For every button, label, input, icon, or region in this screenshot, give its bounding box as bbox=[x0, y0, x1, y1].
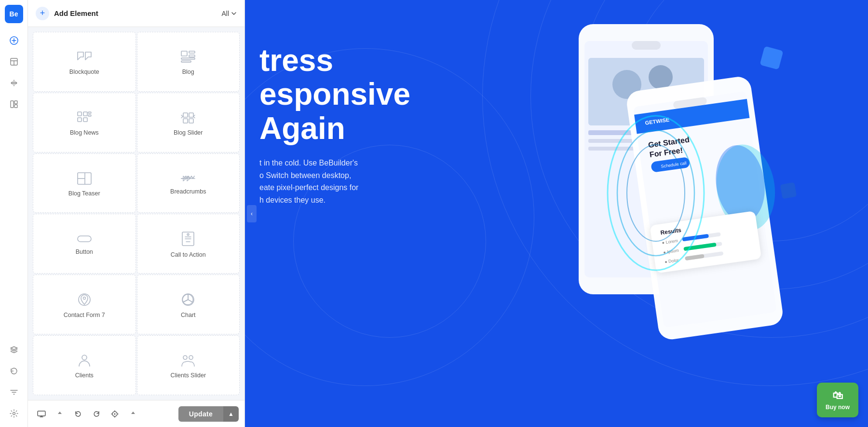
clients-icon bbox=[77, 354, 92, 367]
element-chart[interactable]: Chart bbox=[137, 275, 240, 334]
svg-rect-26 bbox=[78, 236, 91, 242]
panel-title: Add Element bbox=[54, 9, 217, 17]
update-btn-group: Update ▲ bbox=[178, 406, 239, 422]
clients-label: Clients bbox=[75, 372, 94, 379]
hero-subtitle: t in the cold. Use BeBuilder's o Switch … bbox=[259, 157, 410, 206]
hero-section: tress esponsive Again t in the cold. Use… bbox=[259, 43, 410, 207]
blog-teaser-label: Blog Teaser bbox=[68, 190, 100, 197]
svg-rect-8 bbox=[189, 55, 195, 57]
svg-rect-20 bbox=[189, 119, 193, 123]
focus-btn[interactable] bbox=[107, 406, 122, 422]
svg-rect-74 bbox=[780, 182, 797, 199]
sidebar-layers-btn[interactable] bbox=[5, 341, 23, 358]
update-button[interactable]: Update bbox=[178, 406, 223, 422]
element-call-to-action[interactable]: Call to Action bbox=[137, 214, 240, 274]
add-element-button[interactable]: + bbox=[36, 7, 49, 20]
buy-now-button[interactable]: 🛍 Buy now bbox=[817, 383, 858, 417]
element-blog-slider[interactable]: Blog Slider bbox=[137, 93, 240, 152]
blog-label: Blog bbox=[182, 69, 194, 75]
focus-toggle-btn[interactable] bbox=[125, 406, 141, 422]
element-breadcrumbs[interactable]: Breadcrumbs bbox=[137, 153, 240, 213]
elements-grid: Blockquote Blog bbox=[28, 27, 244, 400]
elements-panel: + Add Element All Blockquote bbox=[28, 0, 245, 427]
blog-slider-label: Blog Slider bbox=[174, 129, 203, 136]
svg-point-35 bbox=[82, 355, 87, 360]
svg-rect-14 bbox=[83, 118, 87, 122]
blockquote-label: Blockquote bbox=[69, 69, 99, 75]
sidebar: Be bbox=[0, 0, 28, 427]
buy-now-label: Buy now bbox=[826, 404, 850, 411]
svg-rect-6 bbox=[181, 51, 187, 56]
element-blog[interactable]: Blog bbox=[137, 32, 240, 92]
breadcrumbs-icon bbox=[180, 174, 196, 183]
svg-line-34 bbox=[183, 300, 188, 302]
element-clients[interactable]: Clients bbox=[33, 335, 136, 395]
update-dropdown-button[interactable]: ▲ bbox=[223, 406, 239, 422]
svg-point-40 bbox=[114, 413, 116, 414]
device-toggle-btn[interactable] bbox=[52, 406, 68, 422]
main-content: ‹ tress esponsive Again t in the cold. U… bbox=[245, 0, 868, 427]
sidebar-history-btn[interactable] bbox=[5, 362, 23, 380]
svg-rect-45 bbox=[588, 130, 637, 135]
phone-mockup-area: GETWISE Get Started For Free! Schedule c… bbox=[492, 10, 829, 396]
desktop-view-btn[interactable] bbox=[34, 406, 49, 422]
redo-btn[interactable] bbox=[89, 406, 104, 422]
blog-icon bbox=[180, 50, 196, 64]
svg-rect-3 bbox=[14, 101, 17, 104]
panel-collapse-btn[interactable]: ‹ bbox=[247, 205, 257, 222]
svg-rect-19 bbox=[183, 119, 188, 123]
svg-rect-12 bbox=[83, 112, 87, 116]
sidebar-layout-btn[interactable] bbox=[5, 53, 23, 70]
chart-label: Chart bbox=[181, 312, 196, 318]
svg-point-30 bbox=[83, 297, 85, 300]
sidebar-settings-btn[interactable] bbox=[5, 405, 23, 422]
element-contact-form-7[interactable]: Contact Form 7 bbox=[33, 275, 136, 334]
blog-teaser-icon bbox=[77, 172, 92, 185]
element-blog-news[interactable]: Blog News bbox=[33, 93, 136, 152]
element-blog-teaser[interactable]: Blog Teaser bbox=[33, 153, 136, 213]
panel-header: + Add Element All bbox=[28, 0, 244, 27]
svg-rect-16 bbox=[88, 115, 91, 116]
call-to-action-label: Call to Action bbox=[171, 251, 206, 258]
svg-rect-10 bbox=[181, 61, 191, 62]
svg-point-37 bbox=[189, 356, 193, 359]
svg-point-36 bbox=[183, 356, 187, 359]
svg-rect-18 bbox=[189, 113, 193, 117]
sidebar-resize-btn[interactable] bbox=[5, 74, 23, 92]
clients-slider-label: Clients Slider bbox=[170, 372, 206, 379]
sidebar-template-btn[interactable] bbox=[5, 96, 23, 113]
svg-rect-13 bbox=[78, 118, 81, 122]
svg-rect-73 bbox=[760, 46, 784, 70]
undo-btn[interactable] bbox=[70, 406, 86, 422]
svg-point-5 bbox=[13, 413, 15, 415]
hero-title: tress esponsive Again bbox=[259, 43, 410, 145]
svg-rect-15 bbox=[88, 112, 91, 113]
sidebar-filter-btn[interactable] bbox=[5, 384, 23, 401]
app-logo: Be bbox=[5, 5, 23, 23]
filter-dropdown[interactable]: All bbox=[221, 10, 237, 17]
svg-rect-9 bbox=[181, 58, 195, 59]
svg-line-33 bbox=[188, 300, 192, 302]
svg-rect-38 bbox=[38, 411, 45, 416]
svg-rect-2 bbox=[11, 101, 14, 108]
contact-form-7-label: Contact Form 7 bbox=[64, 312, 105, 318]
shopping-bag-icon: 🛍 bbox=[832, 389, 843, 402]
call-to-action-icon bbox=[181, 231, 195, 247]
element-button[interactable]: Button bbox=[33, 214, 136, 274]
element-clients-slider[interactable]: Clients Slider bbox=[137, 335, 240, 395]
svg-point-50 bbox=[649, 65, 673, 89]
element-blockquote[interactable]: Blockquote bbox=[33, 32, 136, 92]
svg-rect-11 bbox=[78, 112, 81, 116]
filter-label: All bbox=[221, 10, 229, 17]
svg-rect-4 bbox=[14, 105, 17, 108]
svg-rect-17 bbox=[183, 113, 188, 117]
sidebar-add-btn[interactable] bbox=[5, 32, 23, 49]
panel-toolbar: Update ▲ bbox=[28, 400, 244, 427]
blockquote-icon bbox=[77, 50, 92, 64]
contact-form-icon bbox=[77, 292, 92, 307]
button-label: Button bbox=[76, 248, 93, 255]
blog-news-label: Blog News bbox=[70, 129, 99, 136]
svg-rect-7 bbox=[189, 51, 195, 53]
blog-slider-icon bbox=[180, 111, 196, 124]
svg-rect-43 bbox=[632, 41, 661, 50]
